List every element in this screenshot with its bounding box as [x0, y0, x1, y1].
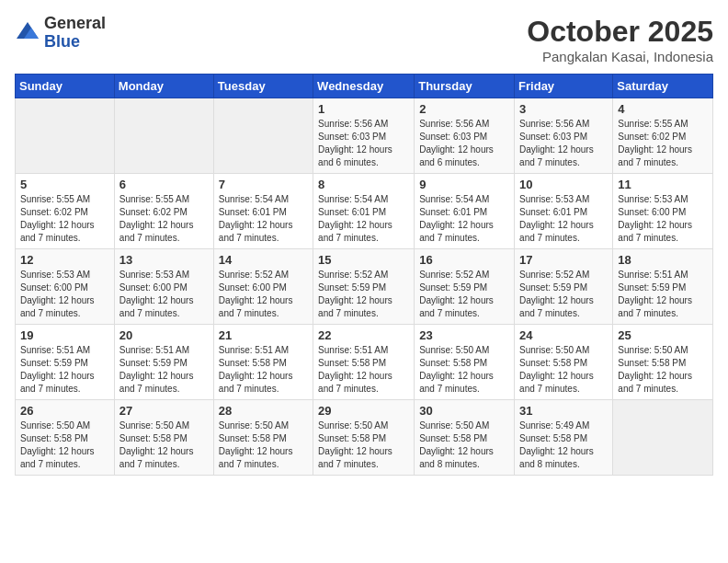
cell-content: Sunrise: 5:55 AMSunset: 6:02 PMDaylight:… [119, 193, 209, 245]
calendar-cell: 27Sunrise: 5:50 AMSunset: 5:58 PMDayligh… [114, 400, 213, 476]
day-header-friday: Friday [515, 75, 613, 98]
day-number: 14 [219, 253, 308, 267]
cell-content: Sunrise: 5:50 AMSunset: 5:58 PMDaylight:… [618, 344, 708, 396]
calendar-cell: 26Sunrise: 5:50 AMSunset: 5:58 PMDayligh… [16, 400, 115, 476]
day-number: 25 [618, 328, 708, 342]
cell-content: Sunrise: 5:50 AMSunset: 5:58 PMDaylight:… [318, 419, 409, 471]
cell-content: Sunrise: 5:53 AMSunset: 6:00 PMDaylight:… [119, 269, 209, 320]
calendar-week-3: 12Sunrise: 5:53 AMSunset: 6:00 PMDayligh… [16, 249, 713, 325]
calendar-cell: 8Sunrise: 5:54 AMSunset: 6:01 PMDaylight… [313, 174, 415, 249]
calendar-cell: 17Sunrise: 5:52 AMSunset: 5:59 PMDayligh… [515, 249, 613, 325]
cell-content: Sunrise: 5:53 AMSunset: 6:00 PMDaylight:… [20, 269, 109, 320]
calendar-cell: 10Sunrise: 5:53 AMSunset: 6:01 PMDayligh… [515, 174, 613, 249]
logo-icon [15, 20, 40, 46]
cell-content: Sunrise: 5:52 AMSunset: 5:59 PMDaylight:… [519, 269, 608, 320]
day-number: 1 [318, 102, 409, 116]
logo-blue-text: Blue [44, 32, 80, 51]
day-number: 18 [618, 253, 708, 267]
calendar-cell: 3Sunrise: 5:56 AMSunset: 6:03 PMDaylight… [515, 98, 613, 174]
cell-content: Sunrise: 5:50 AMSunset: 5:58 PMDaylight:… [519, 344, 608, 396]
cell-content: Sunrise: 5:50 AMSunset: 5:58 PMDaylight:… [219, 419, 308, 471]
day-number: 20 [119, 328, 209, 342]
day-number: 11 [618, 178, 708, 191]
calendar-cell: 5Sunrise: 5:55 AMSunset: 6:02 PMDaylight… [16, 174, 115, 249]
calendar-cell [213, 98, 313, 174]
day-number: 8 [318, 178, 409, 191]
calendar-cell: 11Sunrise: 5:53 AMSunset: 6:00 PMDayligh… [613, 174, 713, 249]
calendar-cell: 25Sunrise: 5:50 AMSunset: 5:58 PMDayligh… [613, 325, 713, 400]
cell-content: Sunrise: 5:52 AMSunset: 5:59 PMDaylight:… [419, 269, 509, 320]
calendar-cell: 14Sunrise: 5:52 AMSunset: 6:00 PMDayligh… [213, 249, 313, 325]
calendar-cell: 18Sunrise: 5:51 AMSunset: 5:59 PMDayligh… [613, 249, 713, 325]
cell-content: Sunrise: 5:56 AMSunset: 6:03 PMDaylight:… [519, 118, 608, 169]
day-number: 5 [20, 178, 109, 191]
cell-content: Sunrise: 5:50 AMSunset: 5:58 PMDaylight:… [20, 419, 109, 471]
cell-content: Sunrise: 5:54 AMSunset: 6:01 PMDaylight:… [219, 193, 308, 245]
title-block: October 2025 Pangkalan Kasai, Indonesia [527, 15, 713, 64]
calendar-week-5: 26Sunrise: 5:50 AMSunset: 5:58 PMDayligh… [16, 400, 713, 476]
month-title: October 2025 [527, 15, 713, 49]
cell-content: Sunrise: 5:53 AMSunset: 6:00 PMDaylight:… [618, 193, 708, 245]
calendar-cell: 23Sunrise: 5:50 AMSunset: 5:58 PMDayligh… [415, 325, 515, 400]
calendar-cell: 16Sunrise: 5:52 AMSunset: 5:59 PMDayligh… [415, 249, 515, 325]
calendar-cell: 19Sunrise: 5:51 AMSunset: 5:59 PMDayligh… [16, 325, 115, 400]
day-number: 15 [318, 253, 409, 267]
calendar-cell: 22Sunrise: 5:51 AMSunset: 5:58 PMDayligh… [313, 325, 415, 400]
day-number: 16 [419, 253, 509, 267]
cell-content: Sunrise: 5:50 AMSunset: 5:58 PMDaylight:… [419, 344, 509, 396]
calendar-cell: 13Sunrise: 5:53 AMSunset: 6:00 PMDayligh… [114, 249, 213, 325]
logo-general-text: General [44, 14, 106, 32]
cell-content: Sunrise: 5:54 AMSunset: 6:01 PMDaylight:… [318, 193, 409, 245]
calendar-week-2: 5Sunrise: 5:55 AMSunset: 6:02 PMDaylight… [16, 174, 713, 249]
calendar-cell: 7Sunrise: 5:54 AMSunset: 6:01 PMDaylight… [213, 174, 313, 249]
day-number: 22 [318, 328, 409, 342]
cell-content: Sunrise: 5:56 AMSunset: 6:03 PMDaylight:… [419, 118, 509, 169]
calendar-week-4: 19Sunrise: 5:51 AMSunset: 5:59 PMDayligh… [16, 325, 713, 400]
calendar-cell: 28Sunrise: 5:50 AMSunset: 5:58 PMDayligh… [213, 400, 313, 476]
day-number: 9 [419, 178, 509, 191]
day-number: 6 [119, 178, 209, 191]
cell-content: Sunrise: 5:55 AMSunset: 6:02 PMDaylight:… [618, 118, 708, 169]
cell-content: Sunrise: 5:51 AMSunset: 5:59 PMDaylight:… [618, 269, 708, 320]
day-header-sunday: Sunday [16, 75, 115, 98]
calendar-week-1: 1Sunrise: 5:56 AMSunset: 6:03 PMDaylight… [16, 98, 713, 174]
day-number: 26 [20, 404, 109, 418]
cell-content: Sunrise: 5:52 AMSunset: 5:59 PMDaylight:… [318, 269, 409, 320]
calendar-cell: 24Sunrise: 5:50 AMSunset: 5:58 PMDayligh… [515, 325, 613, 400]
calendar-cell: 1Sunrise: 5:56 AMSunset: 6:03 PMDaylight… [313, 98, 415, 174]
calendar-cell: 4Sunrise: 5:55 AMSunset: 6:02 PMDaylight… [613, 98, 713, 174]
day-number: 2 [419, 102, 509, 116]
cell-content: Sunrise: 5:56 AMSunset: 6:03 PMDaylight:… [318, 118, 409, 169]
cell-content: Sunrise: 5:52 AMSunset: 6:00 PMDaylight:… [219, 269, 308, 320]
day-number: 21 [219, 328, 308, 342]
cell-content: Sunrise: 5:51 AMSunset: 5:58 PMDaylight:… [219, 344, 308, 396]
day-number: 4 [618, 102, 708, 116]
day-number: 19 [20, 328, 109, 342]
page-header: General Blue October 2025 Pangkalan Kasa… [15, 15, 713, 64]
calendar-cell: 29Sunrise: 5:50 AMSunset: 5:58 PMDayligh… [313, 400, 415, 476]
calendar-cell: 30Sunrise: 5:50 AMSunset: 5:58 PMDayligh… [415, 400, 515, 476]
calendar-table: SundayMondayTuesdayWednesdayThursdayFrid… [15, 74, 713, 476]
calendar-cell: 21Sunrise: 5:51 AMSunset: 5:58 PMDayligh… [213, 325, 313, 400]
cell-content: Sunrise: 5:54 AMSunset: 6:01 PMDaylight:… [419, 193, 509, 245]
calendar-cell [16, 98, 115, 174]
calendar-cell: 31Sunrise: 5:49 AMSunset: 5:58 PMDayligh… [515, 400, 613, 476]
cell-content: Sunrise: 5:50 AMSunset: 5:58 PMDaylight:… [119, 419, 209, 471]
day-number: 24 [519, 328, 608, 342]
day-number: 28 [219, 404, 308, 418]
day-number: 13 [119, 253, 209, 267]
day-number: 10 [519, 178, 608, 191]
cell-content: Sunrise: 5:51 AMSunset: 5:58 PMDaylight:… [318, 344, 409, 396]
logo: General Blue [15, 15, 106, 52]
cell-content: Sunrise: 5:50 AMSunset: 5:58 PMDaylight:… [419, 419, 509, 471]
cell-content: Sunrise: 5:55 AMSunset: 6:02 PMDaylight:… [20, 193, 109, 245]
day-header-monday: Monday [114, 75, 213, 98]
day-number: 3 [519, 102, 608, 116]
day-number: 23 [419, 328, 509, 342]
day-number: 31 [519, 404, 608, 418]
calendar-cell: 12Sunrise: 5:53 AMSunset: 6:00 PMDayligh… [16, 249, 115, 325]
day-number: 29 [318, 404, 409, 418]
calendar-cell: 15Sunrise: 5:52 AMSunset: 5:59 PMDayligh… [313, 249, 415, 325]
cell-content: Sunrise: 5:51 AMSunset: 5:59 PMDaylight:… [20, 344, 109, 396]
calendar-cell [114, 98, 213, 174]
